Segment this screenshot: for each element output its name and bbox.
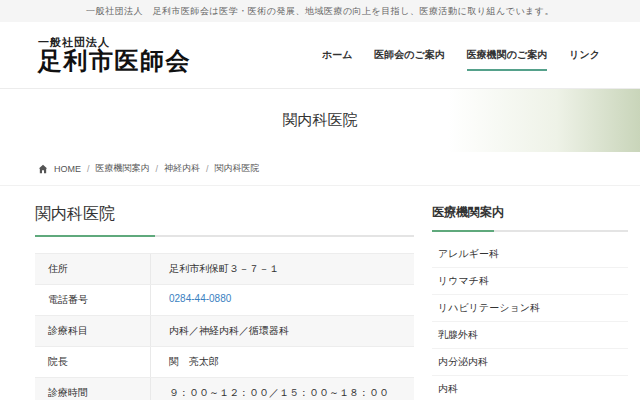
- sidebar-accent-rule: [432, 230, 628, 232]
- sidebar-item-internal-medicine[interactable]: 内科: [432, 376, 628, 400]
- logo-org-name: 足利市医師会: [38, 48, 191, 74]
- title-accent-rule: [35, 235, 414, 237]
- breadcrumb-separator: /: [87, 164, 90, 174]
- breadcrumb-neurology[interactable]: 神経内科: [164, 162, 200, 175]
- content-area: 関内科医院 住所 足利市利保町３－７－１ 電話番号 0284-44-0880 診…: [0, 186, 640, 400]
- nav-label: 医師会のご案内: [374, 49, 444, 60]
- medical-institution-sidebar: 医療機関案内 アレルギー科 リウマチ科 リハビリテーション科 乳腺外科 内分泌内…: [432, 204, 628, 400]
- row-label: 住所: [35, 254, 150, 284]
- nav-active-underline: [467, 69, 547, 71]
- row-label: 診療科目: [35, 316, 150, 346]
- phone-link[interactable]: 0284-44-0880: [169, 293, 231, 304]
- nav-label: リンク: [569, 49, 600, 60]
- table-row-departments: 診療科目 内科／神経内科／循環器科: [35, 316, 414, 347]
- row-label: 院長: [35, 347, 150, 377]
- breadcrumb-current-clinic: 関内科医院: [215, 162, 260, 175]
- row-value: 足利市利保町３－７－１: [150, 254, 414, 284]
- hero-banner: 関内科医院: [0, 88, 640, 152]
- row-value: 関 亮太郎: [150, 347, 414, 377]
- nav-label: ホーム: [322, 49, 352, 60]
- clinic-info-table: 住所 足利市利保町３－７－１ 電話番号 0284-44-0880 診療科目 内科…: [35, 253, 414, 400]
- nav-item-about-association[interactable]: 医師会のご案内: [374, 40, 444, 71]
- top-info-text: 一般社団法人 足利市医師会は医学・医術の発展、地域医療の向上を目指し、医療活動に…: [86, 5, 554, 18]
- nav-underline: [322, 69, 352, 71]
- site-logo[interactable]: 一般社団法人 足利市医師会: [38, 36, 191, 74]
- page-title: 関内科医院: [35, 204, 414, 235]
- site-header: 一般社団法人 足利市医師会 ホーム 医師会のご案内 医療機関のご案内 リンク: [0, 22, 640, 88]
- nav-item-home[interactable]: ホーム: [322, 40, 352, 71]
- breadcrumb-home[interactable]: HOME: [54, 164, 81, 174]
- sidebar-title: 医療機関案内: [432, 204, 628, 230]
- sidebar-department-list: アレルギー科 リウマチ科 リハビリテーション科 乳腺外科 内分泌内科 内科 呼吸…: [432, 241, 628, 400]
- breadcrumb: HOME / 医療機関案内 / 神経内科 / 関内科医院: [0, 152, 640, 186]
- nav-item-medical-institutions[interactable]: 医療機関のご案内: [467, 40, 547, 71]
- home-icon: [38, 164, 48, 174]
- clinic-detail-section: 関内科医院 住所 足利市利保町３－７－１ 電話番号 0284-44-0880 診…: [35, 204, 414, 400]
- row-label: 診療時間: [35, 378, 150, 400]
- main-nav: ホーム 医師会のご案内 医療機関のご案内 リンク: [322, 40, 600, 71]
- table-row-address: 住所 足利市利保町３－７－１: [35, 254, 414, 285]
- table-row-director: 院長 関 亮太郎: [35, 347, 414, 378]
- breadcrumb-separator: /: [156, 164, 159, 174]
- row-value: 0284-44-0880: [150, 285, 414, 315]
- breadcrumb-medical-institutions[interactable]: 医療機関案内: [96, 162, 150, 175]
- row-value: 内科／神経内科／循環器科: [150, 316, 414, 346]
- sidebar-item-endocrinology[interactable]: 内分泌内科: [432, 349, 628, 376]
- breadcrumb-separator: /: [206, 164, 209, 174]
- nav-underline: [374, 69, 444, 71]
- sidebar-item-rehabilitation[interactable]: リハビリテーション科: [432, 295, 628, 322]
- row-value: ９：００～１２：００／１５：００～１８：００: [150, 378, 414, 400]
- sidebar-item-breast-surgery[interactable]: 乳腺外科: [432, 322, 628, 349]
- sidebar-item-allergy[interactable]: アレルギー科: [432, 241, 628, 268]
- row-label: 電話番号: [35, 285, 150, 315]
- nav-label: 医療機関のご案内: [467, 49, 547, 60]
- sidebar-item-rheumatology[interactable]: リウマチ科: [432, 268, 628, 295]
- table-row-hours: 診療時間 ９：００～１２：００／１５：００～１８：００: [35, 378, 414, 400]
- nav-underline: [569, 69, 600, 71]
- hero-title: 関内科医院: [283, 111, 358, 130]
- nav-item-links[interactable]: リンク: [569, 40, 600, 71]
- table-row-phone: 電話番号 0284-44-0880: [35, 285, 414, 316]
- top-info-bar: 一般社団法人 足利市医師会は医学・医術の発展、地域医療の向上を目指し、医療活動に…: [0, 0, 640, 22]
